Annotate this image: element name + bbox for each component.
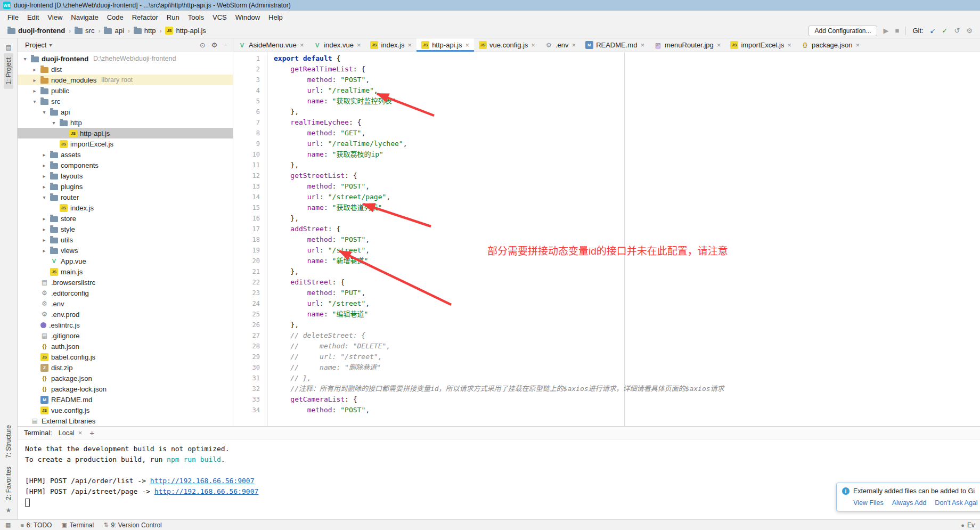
tab-readme-md[interactable]: MREADME.md× [581, 38, 649, 52]
status-event-log[interactable]: ●Ev [961, 521, 975, 529]
close-tab-icon[interactable]: × [787, 41, 791, 49]
run-icon[interactable]: ▶ [884, 27, 889, 35]
breadcrumb-item-http-api-js[interactable]: JShttp-api.js [165, 27, 206, 35]
dont-ask-link[interactable]: Don't Ask Agai [935, 499, 977, 507]
tree-item-browserslistrc[interactable]: ▤.browserslistrc [18, 277, 233, 288]
menu-tools[interactable]: Tools [184, 12, 208, 23]
breadcrumb-item-api[interactable]: api [104, 27, 124, 35]
close-tab-icon[interactable]: × [531, 41, 535, 49]
add-configuration-button[interactable]: Add Configuration... [808, 26, 877, 36]
stripe-structure-button[interactable]: 7: Structure [4, 421, 13, 462]
tree-item-package-json[interactable]: {}package.json [18, 373, 233, 384]
tree-item-src[interactable]: ▾src [18, 96, 233, 107]
tree-item-app-vue[interactable]: VApp.vue [18, 256, 233, 266]
hide-panel-icon[interactable]: − [223, 41, 227, 49]
tab-env[interactable]: ⚙.env× [540, 38, 581, 52]
tool-window-switcher-icon[interactable]: ▦ [5, 521, 11, 528]
close-tab-icon[interactable]: × [466, 41, 470, 49]
tree-item-eslintrc-js[interactable]: .eslintrc.js [18, 320, 233, 330]
new-terminal-icon[interactable]: + [89, 428, 94, 437]
tree-item-api[interactable]: ▾api [18, 107, 233, 117]
tree-item-dist[interactable]: ▸dist [18, 64, 233, 75]
tree-item-babel-config-js[interactable]: JSbabel.config.js [18, 352, 233, 362]
tree-item-router[interactable]: ▾router [18, 192, 233, 202]
project-panel-title[interactable]: Project [25, 41, 46, 49]
chevron-right-icon[interactable]: ▸ [41, 184, 47, 190]
chevron-right-icon[interactable]: ▸ [41, 216, 47, 222]
tree-item-plugins[interactable]: ▸plugins [18, 181, 233, 192]
chevron-down-icon[interactable]: ▾ [49, 42, 52, 48]
close-tab-icon[interactable]: × [856, 41, 860, 49]
tab-vue-config-js[interactable]: JSvue.config.js× [474, 38, 540, 52]
tree-item-main-js[interactable]: JSmain.js [18, 266, 233, 277]
tree-item-store[interactable]: ▸store [18, 213, 233, 224]
chevron-down-icon[interactable]: ▾ [51, 120, 57, 126]
tree-item-auth-json[interactable]: {}auth.json [18, 341, 233, 352]
close-icon[interactable]: × [78, 429, 83, 437]
menu-navigate[interactable]: Navigate [67, 12, 102, 23]
chevron-right-icon[interactable]: ▸ [41, 226, 47, 232]
breadcrumb-item-src[interactable]: src [75, 27, 94, 35]
close-tab-icon[interactable]: × [300, 41, 304, 49]
tree-item-http-api-js[interactable]: JShttp-api.js [18, 128, 233, 138]
tree-item-package-lock-json[interactable]: {}package-lock.json [18, 384, 233, 394]
tab-package-json[interactable]: {}package.json× [796, 38, 864, 52]
tree-item-components[interactable]: ▸components [18, 160, 233, 170]
chevron-down-icon[interactable]: ▾ [41, 194, 47, 200]
settings-gear-icon[interactable]: ⚙ [966, 27, 973, 35]
menu-run[interactable]: Run [162, 12, 184, 23]
tree-item-external-libraries[interactable]: ▤External Libraries [18, 415, 233, 426]
tab-menurouter-jpg[interactable]: ▨menuRouter.jpg× [649, 38, 725, 52]
terminal-link[interactable]: http://192.168.66.56:9007 [154, 487, 259, 495]
tab-asidemenu-vue[interactable]: VAsideMenu.vue× [233, 38, 308, 52]
tree-item-importexcel-js[interactable]: JSimportExcel.js [18, 138, 233, 149]
tree-item-http[interactable]: ▾http [18, 117, 233, 128]
close-tab-icon[interactable]: × [717, 41, 721, 49]
terminal-link[interactable]: http://192.168.66.56:9007 [150, 477, 255, 485]
chevron-right-icon[interactable]: ▸ [41, 152, 47, 158]
view-files-link[interactable]: View Files [853, 499, 884, 507]
stripe-favorites-button[interactable]: 2: Favorites [4, 462, 13, 504]
tab-index-js[interactable]: JSindex.js× [365, 38, 416, 52]
chevron-right-icon[interactable]: ▸ [31, 67, 38, 72]
menu-edit[interactable]: Edit [23, 12, 43, 23]
git-update-icon[interactable]: ↙ [930, 27, 936, 35]
close-tab-icon[interactable]: × [408, 41, 412, 49]
tree-item-env-prod[interactable]: ⚙.env.prod [18, 309, 233, 320]
menu-file[interactable]: File [3, 12, 23, 23]
code-editor[interactable]: 1export default {2 getRealTimeList: {3 m… [233, 52, 980, 426]
stop-icon[interactable]: ■ [895, 27, 900, 35]
tree-item-assets[interactable]: ▸assets [18, 149, 233, 160]
menu-code[interactable]: Code [103, 12, 128, 23]
always-add-link[interactable]: Always Add [892, 499, 927, 507]
tree-item-gitignore[interactable]: ▤.gitignore [18, 330, 233, 341]
chevron-right-icon[interactable]: ▸ [31, 77, 38, 83]
tree-item-env[interactable]: ⚙.env [18, 298, 233, 309]
locate-file-icon[interactable]: ⊙ [200, 41, 206, 49]
git-history-icon[interactable]: ↺ [954, 27, 960, 35]
close-tab-icon[interactable]: × [640, 41, 644, 49]
menu-window[interactable]: Window [231, 12, 264, 23]
tree-item-layouts[interactable]: ▸layouts [18, 170, 233, 181]
chevron-right-icon[interactable]: ▸ [41, 162, 47, 168]
status-6-todo[interactable]: ≡6: TODO [20, 521, 52, 529]
menu-vcs[interactable]: VCS [208, 12, 231, 23]
chevron-down-icon[interactable]: ▾ [31, 99, 38, 104]
terminal-tab-local[interactable]: Local × [59, 429, 82, 437]
git-commit-icon[interactable]: ✓ [942, 27, 948, 35]
breadcrumb-item-http[interactable]: http [134, 27, 156, 35]
breadcrumb-item-duoji-frontend[interactable]: duoji-frontend [7, 27, 65, 35]
menu-help[interactable]: Help [264, 12, 287, 23]
close-tab-icon[interactable]: × [572, 41, 576, 49]
tree-item-vue-config-js[interactable]: JSvue.config.js [18, 405, 233, 415]
tree-item-public[interactable]: ▸public [18, 85, 233, 96]
chevron-down-icon[interactable]: ▾ [22, 56, 28, 62]
chevron-right-icon[interactable]: ▸ [41, 237, 47, 243]
tab-http-api-js[interactable]: JShttp-api.js× [416, 38, 474, 52]
chevron-right-icon[interactable]: ▸ [41, 248, 47, 254]
status-terminal[interactable]: ▣Terminal [61, 521, 94, 529]
tab-importexcel-js[interactable]: JSimportExcel.js× [725, 38, 796, 52]
menu-refactor[interactable]: Refactor [128, 12, 162, 23]
chevron-right-icon[interactable]: ▸ [41, 173, 47, 179]
status-9-version-control[interactable]: ⇅9: Version Control [103, 521, 162, 529]
